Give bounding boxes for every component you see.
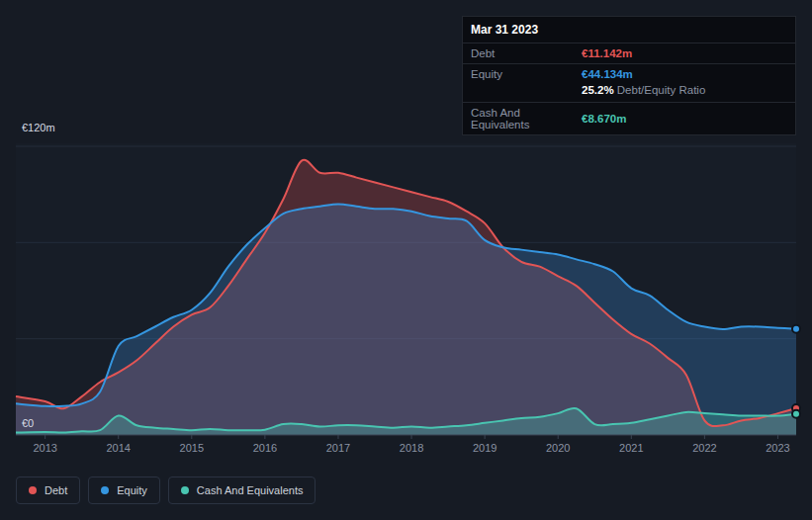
legend-label-equity: Equity	[117, 484, 147, 496]
tooltip-equity-row: Equity €44.134m	[463, 64, 795, 84]
chart-legend: Debt Equity Cash And Equivalents	[16, 477, 316, 504]
x-tick-label: 2015	[180, 442, 204, 454]
tooltip-debt-label: Debt	[471, 47, 582, 59]
tooltip-cash-row: Cash And Equivalents €8.670m	[463, 103, 795, 134]
tooltip-ratio-value: 25.2% Debt/Equity Ratio	[582, 84, 787, 96]
debt-color-dot	[29, 486, 37, 494]
tooltip-debt-row: Debt €11.142m	[463, 43, 795, 64]
y-axis-label-top: €120m	[22, 122, 55, 133]
equity-color-dot	[101, 486, 109, 494]
x-tick-label: 2014	[106, 442, 130, 454]
tooltip-equity-label: Equity	[471, 68, 582, 80]
tooltip-equity-value: €44.134m	[582, 68, 787, 80]
x-tick-label: 2016	[253, 442, 277, 454]
x-tick-label: 2022	[692, 442, 716, 454]
cash-endpoint-marker	[792, 410, 800, 418]
x-tick-label: 2017	[326, 442, 350, 454]
tooltip-ratio-label: Debt/Equity Ratio	[617, 84, 706, 96]
legend-item-cash[interactable]: Cash And Equivalents	[168, 477, 316, 504]
x-tick-label: 2020	[546, 442, 570, 454]
tooltip-ratio-percent: 25.2%	[582, 84, 614, 96]
legend-item-equity[interactable]: Equity	[88, 477, 160, 504]
tooltip-date: Mar 31 2023	[463, 17, 795, 43]
tooltip-cash-label: Cash And Equivalents	[471, 107, 582, 130]
x-tick-label: 2023	[766, 442, 789, 454]
x-tick-label: 2018	[400, 442, 423, 454]
x-tick-label: 2021	[619, 442, 643, 454]
tooltip-cash-value: €8.670m	[582, 113, 787, 125]
equity-endpoint-marker	[792, 325, 800, 333]
x-tick-label: 2013	[33, 442, 56, 454]
tooltip-ratio-row: 25.2% Debt/Equity Ratio	[463, 84, 795, 103]
chart-tooltip: Mar 31 2023 Debt €11.142m Equity €44.134…	[462, 16, 796, 135]
legend-item-debt[interactable]: Debt	[16, 477, 80, 504]
debt-equity-history-page: 2013201420152016201720182019202020212022…	[0, 0, 812, 520]
legend-label-cash: Cash And Equivalents	[197, 484, 304, 496]
y-axis-label-zero: €0	[22, 417, 34, 429]
x-tick-label: 2019	[473, 442, 496, 454]
tooltip-debt-value: €11.142m	[582, 47, 787, 59]
legend-label-debt: Debt	[45, 484, 67, 496]
cash-color-dot	[181, 486, 189, 494]
